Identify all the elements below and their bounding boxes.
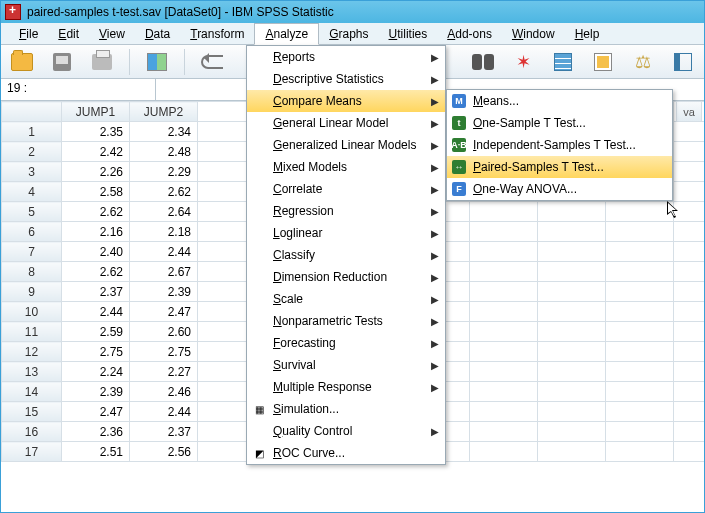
data-cell-empty[interactable] <box>538 342 606 362</box>
variables-button[interactable] <box>142 49 172 75</box>
data-cell[interactable]: 2.26 <box>62 162 130 182</box>
menu-item-mixed-models[interactable]: Mixed Models▶ <box>247 156 445 178</box>
row-header[interactable]: 16 <box>2 422 62 442</box>
menu-item-regression[interactable]: Regression▶ <box>247 200 445 222</box>
data-cell-empty[interactable] <box>538 322 606 342</box>
data-cell-empty[interactable] <box>606 342 674 362</box>
menu-item-paired-samples-t-test[interactable]: ↔Paired-Samples T Test... <box>447 156 672 178</box>
menu-item-general-linear-model[interactable]: General Linear Model▶ <box>247 112 445 134</box>
chart-button[interactable] <box>668 49 698 75</box>
data-cell-empty[interactable] <box>470 382 538 402</box>
menu-item-scale[interactable]: Scale▶ <box>247 288 445 310</box>
data-cell[interactable]: 2.75 <box>62 342 130 362</box>
data-cell-empty[interactable] <box>470 282 538 302</box>
menu-add-ons[interactable]: Add-ons <box>437 24 502 44</box>
insert-variable-button[interactable] <box>588 49 618 75</box>
menu-view[interactable]: View <box>89 24 135 44</box>
data-cell-empty[interactable] <box>470 342 538 362</box>
menu-item-independent-samples-t-test[interactable]: A·BIndependent-Samples T Test... <box>447 134 672 156</box>
row-header[interactable]: 4 <box>2 182 62 202</box>
data-cell[interactable]: 2.24 <box>62 362 130 382</box>
data-cell[interactable]: 2.16 <box>62 222 130 242</box>
data-cell[interactable]: 2.36 <box>62 422 130 442</box>
menu-item-descriptive-statistics[interactable]: Descriptive Statistics▶ <box>247 68 445 90</box>
data-cell-empty[interactable] <box>470 222 538 242</box>
data-cell-empty[interactable] <box>538 302 606 322</box>
data-cell-empty[interactable] <box>538 442 606 462</box>
menu-data[interactable]: Data <box>135 24 180 44</box>
data-cell-empty[interactable] <box>470 202 538 222</box>
menu-item-classify[interactable]: Classify▶ <box>247 244 445 266</box>
data-cell[interactable]: 2.48 <box>130 142 198 162</box>
save-button[interactable] <box>47 49 77 75</box>
compare-means-submenu[interactable]: MMeans...tOne-Sample T Test...A·BIndepen… <box>446 89 673 201</box>
data-cell-empty[interactable] <box>606 322 674 342</box>
data-cell-empty[interactable] <box>470 422 538 442</box>
data-cell-empty[interactable] <box>606 222 674 242</box>
data-cell[interactable]: 2.44 <box>130 402 198 422</box>
data-cell[interactable]: 2.47 <box>62 402 130 422</box>
data-cell-empty[interactable] <box>538 422 606 442</box>
analyze-menu[interactable]: Reports▶Descriptive Statistics▶Compare M… <box>246 45 446 465</box>
data-cell[interactable]: 2.46 <box>130 382 198 402</box>
row-header[interactable]: 5 <box>2 202 62 222</box>
data-cell-empty[interactable] <box>538 362 606 382</box>
data-cell-empty[interactable] <box>674 162 705 182</box>
data-cell-empty[interactable] <box>674 302 705 322</box>
row-header[interactable]: 15 <box>2 402 62 422</box>
data-cell-empty[interactable] <box>674 142 705 162</box>
data-cell[interactable]: 2.34 <box>130 122 198 142</box>
data-cell-empty[interactable] <box>470 262 538 282</box>
data-cell-empty[interactable] <box>538 242 606 262</box>
menu-item-simulation[interactable]: ▦Simulation... <box>247 398 445 420</box>
row-header[interactable]: 6 <box>2 222 62 242</box>
row-header[interactable]: 3 <box>2 162 62 182</box>
data-cell-empty[interactable] <box>606 242 674 262</box>
menu-edit[interactable]: Edit <box>48 24 89 44</box>
undo-button[interactable] <box>197 49 227 75</box>
menu-item-nonparametric-tests[interactable]: Nonparametric Tests▶ <box>247 310 445 332</box>
data-cell[interactable]: 2.39 <box>62 382 130 402</box>
data-cell-empty[interactable] <box>470 402 538 422</box>
row-header[interactable]: 7 <box>2 242 62 262</box>
menu-item-means[interactable]: MMeans... <box>447 90 672 112</box>
data-cell-empty[interactable] <box>674 362 705 382</box>
data-cell[interactable]: 2.62 <box>130 182 198 202</box>
data-cell-empty[interactable] <box>674 322 705 342</box>
menu-transform[interactable]: Transform <box>180 24 254 44</box>
row-header[interactable]: 13 <box>2 362 62 382</box>
data-cell-empty[interactable] <box>470 302 538 322</box>
data-cell-empty[interactable] <box>606 382 674 402</box>
data-cell-empty[interactable] <box>606 302 674 322</box>
data-cell-empty[interactable] <box>606 262 674 282</box>
corner-cell[interactable] <box>2 102 62 122</box>
data-cell[interactable]: 2.62 <box>62 262 130 282</box>
data-cell-empty[interactable] <box>674 402 705 422</box>
data-cell[interactable]: 2.67 <box>130 262 198 282</box>
data-cell-empty[interactable] <box>538 222 606 242</box>
row-header[interactable]: 11 <box>2 322 62 342</box>
menu-item-generalized-linear-models[interactable]: Generalized Linear Models▶ <box>247 134 445 156</box>
data-cell-empty[interactable] <box>674 422 705 442</box>
data-cell-empty[interactable] <box>470 242 538 262</box>
data-cell[interactable]: 2.18 <box>130 222 198 242</box>
data-cell-empty[interactable] <box>606 422 674 442</box>
menu-item-reports[interactable]: Reports▶ <box>247 46 445 68</box>
menu-item-one-sample-t-test[interactable]: tOne-Sample T Test... <box>447 112 672 134</box>
row-header[interactable]: 17 <box>2 442 62 462</box>
menu-item-compare-means[interactable]: Compare Means▶ <box>247 90 445 112</box>
menu-window[interactable]: Window <box>502 24 565 44</box>
menu-help[interactable]: Help <box>565 24 610 44</box>
menu-item-one-way-anova[interactable]: FOne-Way ANOVA... <box>447 178 672 200</box>
print-button[interactable] <box>87 49 117 75</box>
data-cell[interactable]: 2.39 <box>130 282 198 302</box>
data-cell-empty[interactable] <box>674 342 705 362</box>
data-cell-empty[interactable] <box>674 282 705 302</box>
weight-button[interactable]: ⚖ <box>628 49 658 75</box>
data-cell-empty[interactable] <box>674 222 705 242</box>
insert-case-button[interactable] <box>548 49 578 75</box>
data-cell[interactable]: 2.29 <box>130 162 198 182</box>
menu-item-loglinear[interactable]: Loglinear▶ <box>247 222 445 244</box>
data-cell-empty[interactable] <box>606 202 674 222</box>
menu-graphs[interactable]: Graphs <box>319 24 378 44</box>
